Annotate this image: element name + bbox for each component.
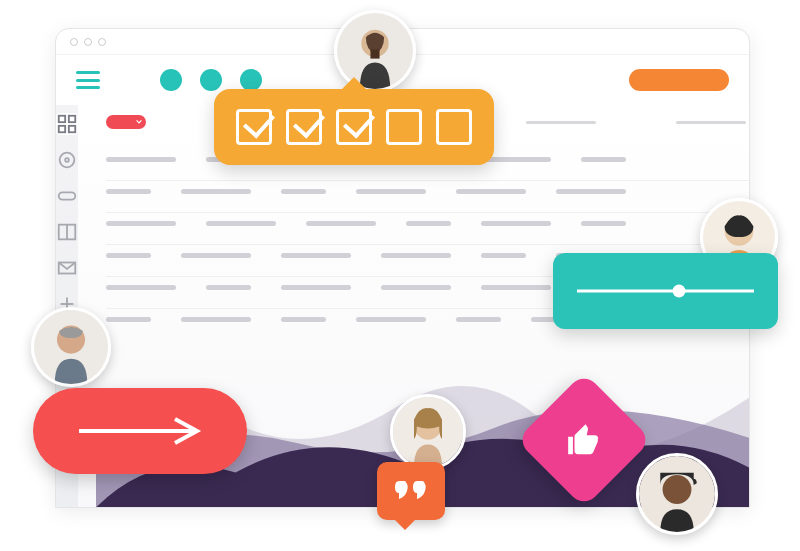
nav-dot[interactable]: [160, 69, 182, 91]
svg-rect-3: [69, 126, 75, 132]
checkbox-checked[interactable]: [236, 109, 272, 145]
menu-icon[interactable]: [76, 71, 100, 89]
slider-thumb[interactable]: [673, 285, 686, 298]
quote-icon: [395, 479, 427, 503]
quote-bubble: [377, 462, 445, 520]
top-nav-dots: [160, 69, 262, 91]
checkbox-checked[interactable]: [286, 109, 322, 145]
tab[interactable]: [676, 121, 746, 124]
svg-rect-1: [69, 116, 75, 122]
svg-point-23: [663, 475, 692, 504]
slider-track: [577, 290, 754, 293]
sidebar-mail-icon[interactable]: [56, 257, 78, 279]
sidebar-pill-icon[interactable]: [56, 185, 78, 207]
sidebar-target-icon[interactable]: [56, 149, 78, 171]
thumbs-up-icon: [565, 421, 603, 459]
avatar-person-4: [390, 394, 466, 470]
tab[interactable]: [526, 121, 596, 124]
dropdown-pill[interactable]: [106, 115, 146, 129]
table-row: [106, 180, 750, 202]
primary-cta-button[interactable]: [629, 69, 729, 91]
window-dot[interactable]: [98, 38, 106, 46]
slider-control[interactable]: [553, 253, 778, 329]
checkbox-checked[interactable]: [336, 109, 372, 145]
svg-rect-6: [59, 192, 76, 199]
svg-rect-14: [370, 49, 379, 58]
avatar-person-5: [636, 453, 718, 535]
svg-rect-0: [59, 116, 65, 122]
nav-dot[interactable]: [200, 69, 222, 91]
sidebar-grid-icon[interactable]: [56, 113, 78, 135]
svg-point-4: [60, 153, 75, 168]
avatar-person-3: [31, 307, 111, 387]
chevron-down-icon: [135, 118, 143, 126]
nav-dot[interactable]: [240, 69, 262, 91]
arrow-next-button[interactable]: [33, 388, 247, 474]
arrow-right-icon: [75, 416, 205, 446]
checklist-popover: [214, 89, 494, 165]
checkbox-unchecked[interactable]: [386, 109, 422, 145]
checkbox-unchecked[interactable]: [436, 109, 472, 145]
window-dot[interactable]: [84, 38, 92, 46]
svg-point-5: [65, 158, 69, 162]
window-dot[interactable]: [70, 38, 78, 46]
sidebar-columns-icon[interactable]: [56, 221, 78, 243]
svg-rect-2: [59, 126, 65, 132]
table-row: [106, 212, 750, 234]
